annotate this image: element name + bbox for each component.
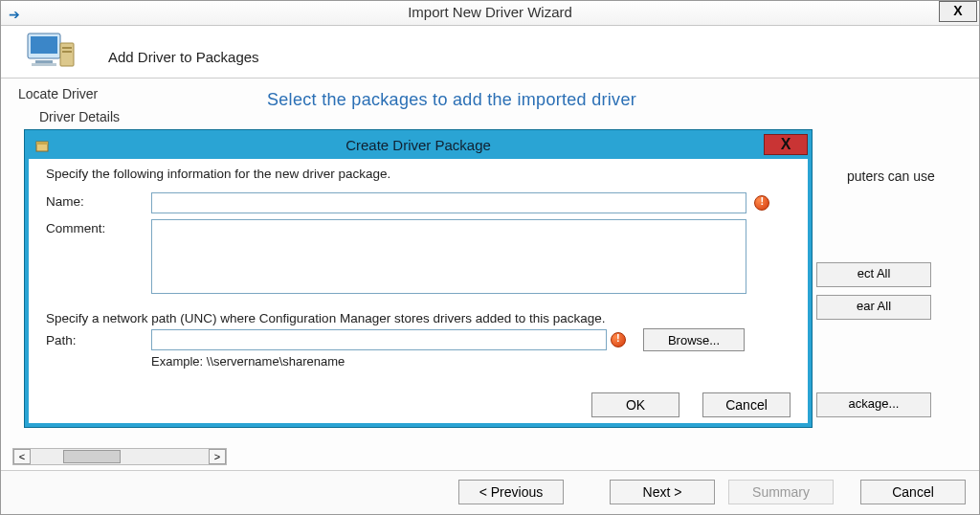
comment-row: Comment: [46, 219, 791, 298]
dialog-instruction-2: Specify a network path (UNC) where Confi… [46, 311, 791, 325]
path-error-icon [611, 332, 626, 347]
svg-rect-3 [32, 63, 56, 66]
summary-button: Summary [728, 480, 834, 504]
name-label: Name: [46, 192, 151, 209]
wizard-step-list: Locate Driver Driver Details [12, 82, 240, 128]
svg-rect-5 [62, 47, 72, 49]
package-icon [34, 138, 50, 153]
next-button[interactable]: Next > [610, 480, 715, 504]
wizard-header: Add Driver to Packages [1, 26, 979, 78]
sidebar-item-driver-details[interactable]: Driver Details [12, 105, 240, 128]
scroll-thumb[interactable] [63, 450, 121, 463]
wizard-header-text: Add Driver to Packages [108, 49, 259, 65]
dialog-title: Create Driver Package [345, 137, 491, 153]
dialog-footer: OK Cancel [591, 392, 791, 417]
dialog-instruction-1: Specify the following information for th… [46, 167, 791, 181]
wizard-cancel-button[interactable]: Cancel [860, 480, 966, 504]
sidebar-horizontal-scrollbar[interactable]: < > [12, 448, 227, 465]
select-all-button[interactable]: ect All [816, 262, 931, 287]
dialog-close-button[interactable]: X [764, 134, 808, 155]
svg-rect-4 [60, 43, 74, 66]
computer-icon [22, 28, 79, 74]
scroll-right-arrow-icon[interactable]: > [209, 449, 226, 464]
svg-rect-2 [35, 60, 53, 63]
path-row: Path: Browse... [46, 328, 791, 351]
page-heading: Select the packages to add the imported … [267, 90, 968, 110]
wizard-titlebar: ➔ Import New Driver Wizard X [1, 1, 979, 26]
clear-all-button[interactable]: ear All [816, 295, 931, 320]
browse-button[interactable]: Browse... [643, 328, 745, 351]
ok-button[interactable]: OK [591, 392, 679, 417]
obscured-text-fragment: puters can use [847, 168, 971, 184]
path-input[interactable] [151, 329, 607, 350]
name-input[interactable] [151, 192, 746, 213]
dialog-cancel-button[interactable]: Cancel [702, 392, 791, 417]
name-row: Name: [46, 192, 791, 213]
comment-label: Comment: [46, 219, 151, 235]
path-label: Path: [46, 333, 151, 347]
sidebar-item-locate-driver[interactable]: Locate Driver [12, 82, 240, 105]
dialog-body: Specify the following information for th… [29, 159, 808, 389]
wizard-right-pane: Select the packages to add the imported … [250, 78, 968, 110]
svg-rect-6 [62, 51, 72, 53]
comment-textarea[interactable] [151, 219, 746, 294]
wizard-footer: < Previous Next > Summary Cancel [1, 470, 979, 514]
svg-rect-8 [36, 142, 48, 145]
wizard-title: Import New Driver Wizard [408, 4, 572, 20]
new-package-button[interactable]: ackage... [816, 392, 931, 417]
dialog-titlebar: Create Driver Package X [29, 134, 808, 159]
svg-rect-1 [31, 36, 57, 54]
previous-button[interactable]: < Previous [458, 480, 564, 504]
create-driver-package-dialog: Create Driver Package X Specify the foll… [25, 130, 812, 427]
wizard-close-button[interactable]: X [939, 1, 977, 22]
scroll-left-arrow-icon[interactable]: < [13, 449, 31, 464]
path-example-hint: Example: \\servername\sharename [151, 354, 791, 369]
name-error-icon [754, 195, 769, 211]
nav-arrow-icon: ➔ [9, 7, 20, 22]
